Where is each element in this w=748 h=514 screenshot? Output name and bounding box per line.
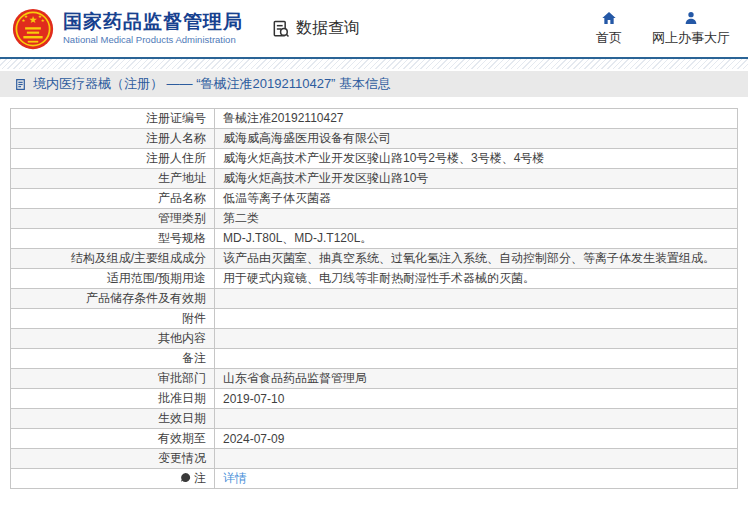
svg-text:★: ★ <box>24 13 28 18</box>
table-row: 注册人住所 威海火炬高技术产业开发区骏山路10号2号楼、3号楼、4号楼 <box>11 149 738 169</box>
row-value: 详情 <box>215 469 738 489</box>
row-value: 第二类 <box>215 209 738 229</box>
china-national-emblem-icon: ★ ★ ★ ★ ★ <box>12 8 54 50</box>
table-row: 管理类别 第二类 <box>11 209 738 229</box>
row-value <box>215 289 738 309</box>
top-nav: 首页 网上办事大厅 <box>596 10 730 47</box>
row-value: MD-J.T80L、MD-J.T120L。 <box>215 229 738 249</box>
nmpa-logo: ★ ★ ★ ★ ★ 国家药品监督管理局 National Medical Pro… <box>12 8 243 50</box>
row-value: 山东省食品药品监督管理局 <box>215 369 738 389</box>
row-value: 威海火炬高技术产业开发区骏山路10号2号楼、3号楼、4号楼 <box>215 149 738 169</box>
table-row: 产品名称 低温等离子体灭菌器 <box>11 189 738 209</box>
table-row: 审批部门 山东省食品药品监督管理局 <box>11 369 738 389</box>
row-label: 变更情况 <box>11 449 215 469</box>
row-label: 型号规格 <box>11 229 215 249</box>
row-value: 威海火炬高技术产业开发区骏山路10号 <box>215 169 738 189</box>
row-label: 管理类别 <box>11 209 215 229</box>
data-query-nav[interactable]: 数据查询 <box>271 18 360 39</box>
row-value: 2024-07-09 <box>215 429 738 449</box>
page-title: 境内医疗器械（注册） —— “鲁械注准20192110427” 基本信息 <box>33 75 391 93</box>
table-row: 附件 <box>11 309 738 329</box>
row-label: 结构及组成/主要组成成分 <box>11 249 215 269</box>
row-label: 备注 <box>11 349 215 369</box>
table-row: 注册人名称 威海威高海盛医用设备有限公司 <box>11 129 738 149</box>
row-label: 生产地址 <box>11 169 215 189</box>
nav-home[interactable]: 首页 <box>596 10 622 47</box>
row-value: 鲁械注准20192110427 <box>215 109 738 129</box>
table-row: 其他内容 <box>11 329 738 349</box>
document-icon <box>14 78 27 91</box>
table-row: 产品储存条件及有效期 <box>11 289 738 309</box>
row-label: 注 <box>11 469 215 489</box>
table-row: 生效日期 <box>11 409 738 429</box>
svg-text:★: ★ <box>21 18 25 23</box>
row-label: 适用范围/预期用途 <box>11 269 215 289</box>
site-header: ★ ★ ★ ★ ★ 国家药品监督管理局 National Medical Pro… <box>0 0 748 59</box>
table-row: 结构及组成/主要组成成分 该产品由灭菌室、抽真空系统、过氧化氢注入系统、自动控制… <box>11 249 738 269</box>
detail-link[interactable]: 详情 <box>223 471 247 485</box>
nav-home-label: 首页 <box>596 29 622 47</box>
row-value <box>215 449 738 469</box>
row-label: 注册人住所 <box>11 149 215 169</box>
nav-service-hall-label: 网上办事大厅 <box>652 29 730 47</box>
site-subtitle: National Medical Products Administration <box>63 35 243 46</box>
table-row: 有效期至 2024-07-09 <box>11 429 738 449</box>
row-value: 该产品由灭菌室、抽真空系统、过氧化氢注入系统、自动控制部分、等离子体发生装置组成… <box>215 249 738 269</box>
svg-text:★: ★ <box>41 18 45 23</box>
row-label: 附件 <box>11 309 215 329</box>
row-value: 低温等离子体灭菌器 <box>215 189 738 209</box>
row-label: 注册人名称 <box>11 129 215 149</box>
table-row: 适用范围/预期用途 用于硬式内窥镜、电刀线等非耐热耐湿性手术器械的灭菌。 <box>11 269 738 289</box>
row-label: 其他内容 <box>11 329 215 349</box>
row-value: 2019-07-10 <box>215 389 738 409</box>
page-title-bar: 境内医疗器械（注册） —— “鲁械注准20192110427” 基本信息 <box>0 71 748 97</box>
comment-icon <box>180 472 191 486</box>
row-label: 审批部门 <box>11 369 215 389</box>
table-row: 注册证编号 鲁械注准20192110427 <box>11 109 738 129</box>
svg-text:★: ★ <box>38 13 42 18</box>
person-icon <box>683 10 699 26</box>
svg-text:★: ★ <box>29 13 38 24</box>
row-label: 生效日期 <box>11 409 215 429</box>
row-value: 威海威高海盛医用设备有限公司 <box>215 129 738 149</box>
document-search-icon <box>271 19 291 39</box>
row-label: 产品储存条件及有效期 <box>11 289 215 309</box>
home-icon <box>601 10 617 26</box>
nav-service-hall[interactable]: 网上办事大厅 <box>652 10 730 47</box>
row-value <box>215 309 738 329</box>
row-label: 产品名称 <box>11 189 215 209</box>
row-label: 注册证编号 <box>11 109 215 129</box>
row-value <box>215 349 738 369</box>
note-label: 注 <box>194 471 206 485</box>
row-label: 有效期至 <box>11 429 215 449</box>
row-value <box>215 409 738 429</box>
registration-info-table: 注册证编号 鲁械注准20192110427 注册人名称 威海威高海盛医用设备有限… <box>10 108 738 489</box>
table-row: 批准日期 2019-07-10 <box>11 389 738 409</box>
table-row: 变更情况 <box>11 449 738 469</box>
data-query-label: 数据查询 <box>296 18 360 39</box>
row-value <box>215 329 738 349</box>
table-row: 备注 <box>11 349 738 369</box>
table-row: 生产地址 威海火炬高技术产业开发区骏山路10号 <box>11 169 738 189</box>
site-title: 国家药品监督管理局 <box>63 11 243 33</box>
row-value: 用于硬式内窥镜、电刀线等非耐热耐湿性手术器械的灭菌。 <box>215 269 738 289</box>
table-row: 型号规格 MD-J.T80L、MD-J.T120L。 <box>11 229 738 249</box>
table-row-note: 注 详情 <box>11 469 738 489</box>
row-label: 批准日期 <box>11 389 215 409</box>
decorative-hatch-strip <box>0 59 748 69</box>
